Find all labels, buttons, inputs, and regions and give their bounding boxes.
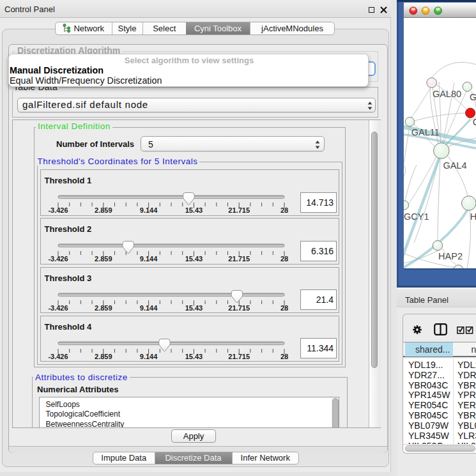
svg-text:GCY1: GCY1 bbox=[404, 211, 429, 222]
svg-text:15.43: 15.43 bbox=[185, 303, 203, 311]
svg-text:GAL80: GAL80 bbox=[433, 89, 461, 99]
svg-text:28: 28 bbox=[280, 303, 288, 311]
svg-text:GAL3: GAL3 bbox=[470, 92, 476, 102]
svg-text:CRM1: CRM1 bbox=[473, 117, 476, 127]
svg-text:9.144: 9.144 bbox=[139, 206, 157, 214]
svg-text:2.859: 2.859 bbox=[95, 255, 112, 263]
svg-text:28: 28 bbox=[280, 352, 288, 360]
svg-text:28: 28 bbox=[280, 255, 288, 263]
svg-text:-3.426: -3.426 bbox=[48, 352, 68, 360]
svg-text:GAL11: GAL11 bbox=[411, 127, 440, 137]
svg-text:-3.426: -3.426 bbox=[48, 255, 68, 263]
svg-text:15.43: 15.43 bbox=[185, 255, 203, 263]
svg-text:GAL4: GAL4 bbox=[443, 160, 466, 171]
svg-text:2.859: 2.859 bbox=[95, 206, 112, 214]
svg-text:15.43: 15.43 bbox=[185, 352, 203, 360]
svg-text:2.859: 2.859 bbox=[95, 303, 112, 311]
svg-text:9.144: 9.144 bbox=[139, 352, 157, 360]
svg-text:21.715: 21.715 bbox=[228, 206, 250, 214]
svg-text:-3.426: -3.426 bbox=[48, 303, 68, 311]
svg-text:21.715: 21.715 bbox=[228, 303, 250, 311]
svg-text:9.144: 9.144 bbox=[139, 303, 157, 311]
svg-text:-3.426: -3.426 bbox=[48, 206, 68, 214]
svg-text:21.715: 21.715 bbox=[228, 352, 250, 360]
svg-text:9.144: 9.144 bbox=[139, 255, 157, 263]
svg-text:15.43: 15.43 bbox=[185, 206, 203, 214]
svg-text:HAP2: HAP2 bbox=[438, 251, 463, 261]
svg-text:21.715: 21.715 bbox=[228, 255, 250, 263]
svg-text:2.859: 2.859 bbox=[95, 352, 112, 360]
svg-text:28: 28 bbox=[280, 206, 288, 214]
svg-text:HAP4: HAP4 bbox=[470, 211, 476, 222]
